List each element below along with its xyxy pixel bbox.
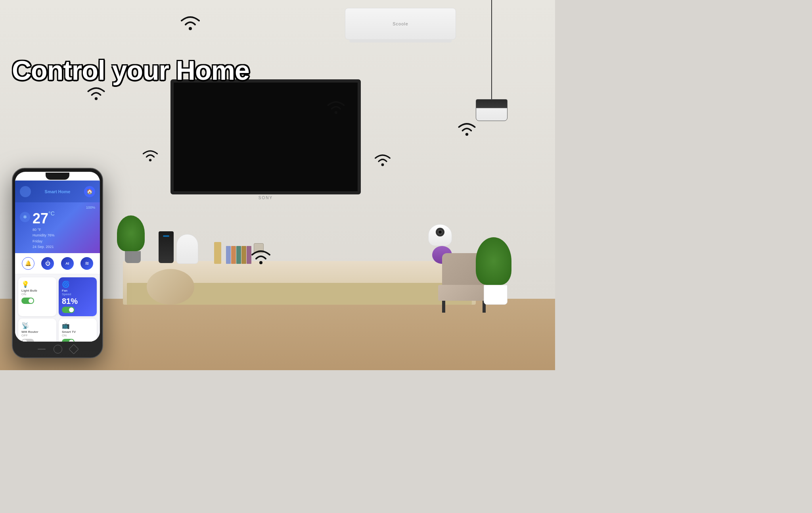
pendant-shade <box>476 99 508 121</box>
fan-icon: 🌀 <box>62 281 94 288</box>
phone: Smart Home 🏠 100% ❄ 27 °C 80 °F <box>12 168 103 358</box>
svg-point-6 <box>259 261 262 264</box>
temp-unit: °C <box>48 210 55 217</box>
weather-snow-icon: ❄ <box>20 212 30 222</box>
svg-point-5 <box>465 133 468 136</box>
temperature: 27 <box>33 210 48 227</box>
plant-leaves-right <box>476 237 511 285</box>
light-bulb-status: ON <box>21 292 53 296</box>
smart-tv-icon: 📺 <box>62 322 94 329</box>
plant-pot-left <box>125 251 141 263</box>
ac-unit: Scoole <box>345 8 456 40</box>
wifi-icon-tv-right <box>325 97 347 115</box>
wifi-icon-pendant <box>456 119 478 137</box>
google-home-speaker <box>176 234 198 264</box>
plant-pot-right <box>484 285 508 305</box>
humidity-label: Humidity <box>33 233 46 237</box>
wifi-router-icon: 📡 <box>21 322 53 329</box>
pendant-light <box>476 0 508 121</box>
day: Friday <box>33 239 42 243</box>
ottoman <box>147 269 194 305</box>
headline: Control your Home <box>12 56 249 85</box>
tv: SONY <box>170 79 361 194</box>
control-buttons-row: 🔔 ⏻ AI ≋ <box>15 253 100 274</box>
phone-btn-bars <box>38 349 46 350</box>
app-logo-circle <box>20 186 31 197</box>
plant-left <box>117 215 149 263</box>
fan-speed-value: 81% <box>62 297 94 305</box>
wifi-icon-alexa <box>141 147 160 163</box>
day-date: Friday <box>33 238 55 244</box>
humidity: Humidity 76% <box>33 232 55 238</box>
light-bulb-toggle[interactable] <box>21 298 34 304</box>
headline-text: Control your Home <box>12 55 249 85</box>
fan-toggle[interactable] <box>62 307 75 313</box>
power-button[interactable]: ⏻ <box>41 257 54 270</box>
smart-tv-status: ON <box>62 334 94 337</box>
svg-point-0 <box>189 27 192 30</box>
smart-tv-toggle[interactable] <box>62 339 75 342</box>
phone-home-bar <box>38 345 77 354</box>
app-header: Smart Home 🏠 <box>15 181 100 202</box>
smart-tv-name: Smart TV <box>62 330 94 334</box>
wifi-router-toggle[interactable] <box>21 339 34 342</box>
bell-button[interactable]: 🔔 <box>22 257 34 270</box>
chair-leg-left <box>442 301 445 313</box>
weather-info: 80 °F Humidity 76% Friday 24 Sep. 2021 <box>33 227 55 250</box>
book-3 <box>236 246 241 264</box>
app-home-icon[interactable]: 🏠 <box>84 186 95 197</box>
scene: Scoole SONY <box>0 0 555 370</box>
temp-display: 27 °C <box>33 210 55 227</box>
weather-details: 27 °C 80 °F Humidity 76% Friday <box>33 210 55 250</box>
light-bulb-icon: 💡 <box>21 281 53 288</box>
wifi-router-status: OFF <box>21 334 53 337</box>
wifi-icon-upper-left <box>85 83 107 102</box>
alexa-ring <box>163 235 169 237</box>
pencils <box>214 242 221 264</box>
wifi-router-card[interactable]: 📡 Wifi Router OFF <box>18 319 56 342</box>
book-1 <box>226 246 231 264</box>
device-grid: 💡 Light Bulb ON 🌀 Fan Speed 81% 📡 Wifi <box>15 274 100 342</box>
wave-button[interactable]: ≋ <box>80 257 93 270</box>
weather-section: 100% ❄ 27 °C 80 °F Humidity <box>15 202 100 253</box>
app-title: Smart Home <box>45 189 71 194</box>
books-stack <box>226 246 251 264</box>
light-bulb-card[interactable]: 💡 Light Bulb ON <box>18 277 56 316</box>
phone-btn-back[interactable] <box>69 344 79 354</box>
tv-brand: SONY <box>259 196 273 200</box>
camera-lens-inner <box>438 230 442 234</box>
weather-row: ❄ 27 °C 80 °F Humidity 76% <box>20 210 95 250</box>
wifi-icon-ac <box>178 13 202 33</box>
ac-brand-label: Scoole <box>393 21 408 26</box>
date-display: 24 Sep. 2021 <box>33 244 55 250</box>
light-bulb-name: Light Bulb <box>21 289 53 292</box>
plant-leaves-left <box>117 215 145 251</box>
wifi-router-name: Wifi Router <box>21 330 53 334</box>
camera-head <box>428 224 452 246</box>
fan-speed-card[interactable]: 🌀 Fan Speed 81% <box>59 277 97 316</box>
ai-button[interactable]: AI <box>61 257 74 270</box>
plant-right <box>476 237 515 305</box>
fan-speed-label: Speed <box>62 292 94 296</box>
book-4 <box>241 246 246 264</box>
fan-name: Fan <box>62 289 94 292</box>
camera-lens <box>436 228 444 236</box>
phone-screen: Smart Home 🏠 100% ❄ 27 °C 80 °F <box>15 172 100 342</box>
battery-indicator: 100% <box>20 206 95 209</box>
alexa-speaker <box>159 231 174 263</box>
svg-point-4 <box>381 163 384 166</box>
wifi-icon-shelf <box>249 246 273 266</box>
humidity-value: 76% <box>48 233 55 237</box>
svg-point-2 <box>149 159 151 161</box>
temp-f: 80 °F <box>33 227 55 232</box>
phone-notch <box>46 173 69 180</box>
phone-btn-home[interactable] <box>54 345 62 354</box>
ac-bottom <box>349 39 452 42</box>
smart-tv-card[interactable]: 📺 Smart TV ON <box>59 319 97 342</box>
pendant-cord <box>491 0 492 99</box>
wifi-icon-camera <box>373 151 393 167</box>
svg-point-3 <box>335 111 337 114</box>
book-2 <box>231 246 236 264</box>
svg-point-1 <box>95 97 98 100</box>
